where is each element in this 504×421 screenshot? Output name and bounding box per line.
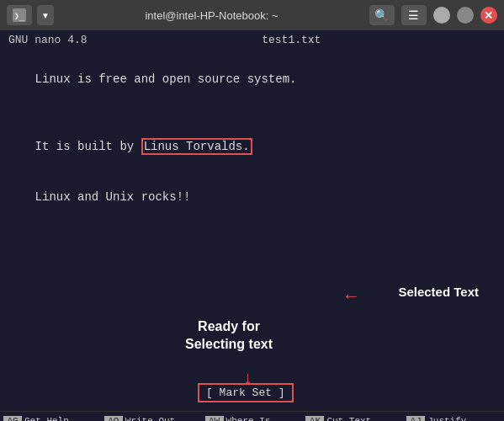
selected-text-arrow: ←: [346, 286, 357, 307]
key-ctrl-o: ^O: [104, 416, 123, 421]
menu-icon: ☰: [408, 8, 419, 22]
editor-area: Linux is free and open source system. It…: [0, 49, 504, 285]
cmd-where-is[interactable]: ^W Where Is: [202, 412, 303, 421]
key-ctrl-w: ^W: [205, 416, 224, 421]
line3-pre-text: It is built by: [35, 140, 141, 153]
bottom-row-1: ^G Get Help ^O Write Out ^W Where Is ^K …: [0, 412, 504, 421]
minimize-button[interactable]: [433, 7, 450, 24]
line1-text: Linux is free and open source system.: [35, 72, 297, 86]
terminal-icon: ❯_: [13, 8, 26, 22]
maximize-button[interactable]: [457, 7, 474, 24]
mark-set-box: [ Mark Set ]: [198, 383, 294, 402]
selected-text-highlight: Linus Torvalds.: [141, 138, 252, 155]
ready-for-selecting-label: Ready forSelecting text: [185, 318, 273, 354]
key-ctrl-j: ^J: [406, 416, 425, 421]
label-where-is: Where Is: [226, 416, 271, 421]
selected-text-annotation: Selected Text: [398, 285, 479, 299]
line4-text: Linux and Unix rocks!!: [35, 190, 191, 204]
titlebar-title: intel@intel-HP-Notebook: ~: [145, 9, 278, 22]
nano-version: GNU nano 4.8: [8, 34, 88, 46]
label-get-help: Get Help: [24, 416, 69, 421]
label-write-out: Write Out: [125, 416, 175, 421]
cmd-cut-text[interactable]: ^K Cut Text: [302, 412, 403, 421]
editor-line-4: Linux and Unix rocks!!: [7, 172, 497, 222]
nano-filename: test1.txt: [262, 34, 321, 46]
key-ctrl-k: ^K: [305, 416, 324, 421]
key-ctrl-g: ^G: [3, 416, 22, 421]
cmd-get-help[interactable]: ^G Get Help: [0, 412, 101, 421]
annotation-area: Selected Text ← Ready forSelecting text …: [0, 285, 504, 411]
menu-button[interactable]: ☰: [401, 5, 427, 25]
editor-line-3: It is built by Linus Torvalds.: [7, 121, 497, 172]
nano-topbar: GNU nano 4.8 test1.txt: [0, 30, 504, 49]
label-justify: Justify: [427, 416, 466, 421]
label-cut-text: Cut Text: [326, 416, 371, 421]
terminal-icon-button[interactable]: ❯_: [7, 5, 32, 25]
cmd-write-out[interactable]: ^O Write Out: [101, 412, 202, 421]
cmd-justify[interactable]: ^J Justify: [403, 412, 504, 421]
titlebar-right: 🔍 ☰ ✕: [369, 5, 497, 25]
nano-bottombar: ^G Get Help ^O Write Out ^W Where Is ^K …: [0, 411, 504, 421]
search-icon: 🔍: [374, 8, 389, 22]
titlebar: ❯_ ▼ intel@intel-HP-Notebook: ~ 🔍 ☰ ✕: [0, 0, 504, 30]
svg-text:❯_: ❯_: [14, 11, 25, 21]
dropdown-arrow-icon: ▼: [41, 11, 50, 20]
editor-line-1: Linux is free and open source system.: [7, 54, 497, 104]
close-icon: ✕: [484, 9, 493, 22]
editor-line-2: [7, 104, 497, 121]
search-button[interactable]: 🔍: [369, 5, 395, 25]
titlebar-dropdown-button[interactable]: ▼: [37, 5, 54, 25]
close-button[interactable]: ✕: [480, 7, 497, 24]
titlebar-left: ❯_ ▼: [7, 5, 54, 25]
ready-label-text: Ready forSelecting text: [185, 319, 273, 351]
